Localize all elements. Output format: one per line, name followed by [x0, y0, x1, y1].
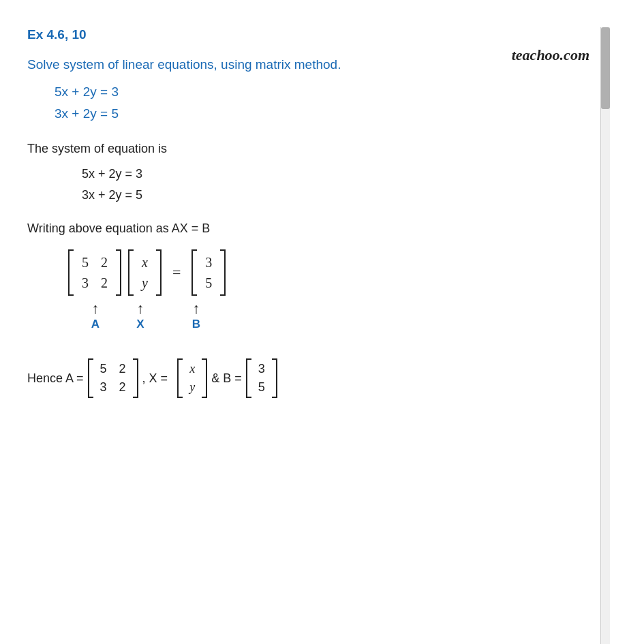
matrix-X-inner: x y [135, 249, 155, 296]
hb1: 3 [258, 360, 265, 378]
label-X: X [136, 318, 144, 331]
hence-bracket-left-A [88, 358, 93, 398]
a11: 5 [82, 252, 89, 273]
equals-sign: = [168, 264, 185, 281]
hence-matrix-X: x y [177, 358, 207, 398]
brand-logo: teachoo.com [512, 46, 589, 64]
matrix-B-row1: 3 [205, 252, 212, 273]
hence-text: Hence A = [27, 371, 84, 386]
matrix-B: 3 5 [191, 249, 226, 296]
label-A: A [91, 318, 99, 331]
hence-matrix-A-inner: 5 2 3 2 [95, 358, 132, 398]
hence-matrix-X-inner: x y [184, 358, 200, 398]
hence-bracket-right-B [272, 358, 277, 398]
matrix-section: 5 2 3 2 x y [68, 249, 610, 331]
arrow-B-group: ↑ B [179, 301, 214, 331]
x1: x [142, 252, 148, 273]
ax-eq-b-intro: Writing above equation as AX = B [27, 221, 610, 236]
matrix-equation-row: 5 2 3 2 x y [68, 249, 610, 296]
b1: 3 [205, 252, 212, 273]
x2: y [142, 273, 148, 293]
label-B: B [192, 318, 200, 331]
hence-A-row1: 5 2 [100, 360, 126, 378]
ha21: 3 [100, 378, 107, 397]
ha12: 2 [119, 360, 126, 378]
page-container: teachoo.com Ex 4.6, 10 Solve system of l… [27, 27, 610, 398]
scrollbar[interactable] [600, 27, 610, 644]
arrow-X-group: ↑ X [123, 301, 158, 331]
matrix-A: 5 2 3 2 [68, 249, 121, 296]
bracket-right-A [116, 249, 121, 296]
hence-bracket-right-X [202, 358, 207, 398]
bracket-left-X [128, 249, 134, 296]
matrix-X: x y [128, 249, 162, 296]
b2: 5 [205, 273, 212, 293]
ha11: 5 [100, 360, 107, 378]
arrows-labels-row: ↑ A ↑ X ↑ B [78, 301, 610, 331]
bracket-right-B [220, 249, 226, 296]
hence-X-row1: x [189, 360, 195, 378]
hence-matrix-A: 5 2 3 2 [88, 358, 138, 398]
matrix-A-inner: 5 2 3 2 [75, 249, 114, 296]
matrix-X-row1: x [142, 252, 148, 273]
blue-eq-1: 5x + 2y = 3 [55, 85, 610, 99]
matrix-B-row2: 5 [205, 273, 212, 293]
blue-eq-2: 3x + 2y = 5 [55, 106, 610, 121]
hence-bracket-left-X [177, 358, 183, 398]
hb2: 5 [258, 378, 265, 397]
black-eq-2: 3x + 2y = 5 [82, 188, 610, 202]
a21: 3 [82, 273, 89, 293]
hence-B-row2: 5 [258, 378, 265, 397]
bracket-left-B [191, 249, 197, 296]
matrix-X-row2: y [142, 273, 148, 293]
a12: 2 [101, 252, 108, 273]
arrow-A-icon: ↑ [92, 301, 99, 316]
hence-bracket-right-A [133, 358, 138, 398]
black-eq-1: 5x + 2y = 3 [82, 167, 610, 181]
bracket-left-A [68, 249, 74, 296]
hence-bracket-left-B [246, 358, 251, 398]
matrix-B-inner: 3 5 [198, 249, 219, 296]
exercise-heading: Ex 4.6, 10 [27, 27, 610, 42]
matrix-A-row1: 5 2 [82, 252, 108, 273]
hence-section: Hence A = 5 2 3 2 , X = x [27, 358, 610, 398]
hx1: x [189, 360, 195, 378]
hence-matrix-B-inner: 3 5 [253, 358, 271, 398]
hence-B-row1: 3 [258, 360, 265, 378]
hence-X-row2: y [189, 378, 195, 397]
arrow-A-group: ↑ A [78, 301, 113, 331]
arrow-X-icon: ↑ [137, 301, 144, 316]
a22: 2 [101, 273, 108, 293]
hence-matrix-B: 3 5 [246, 358, 277, 398]
bracket-right-X [156, 249, 162, 296]
scrollbar-thumb[interactable] [601, 27, 610, 109]
comma-1: , X = [142, 371, 168, 386]
ha22: 2 [119, 378, 126, 397]
hx2: y [189, 378, 195, 397]
hence-A-row2: 3 2 [100, 378, 126, 397]
arrow-B-icon: ↑ [193, 301, 200, 316]
system-intro: The system of equation is [27, 142, 610, 156]
and-B-text: & B = [211, 371, 242, 386]
matrix-A-row2: 3 2 [82, 273, 108, 293]
